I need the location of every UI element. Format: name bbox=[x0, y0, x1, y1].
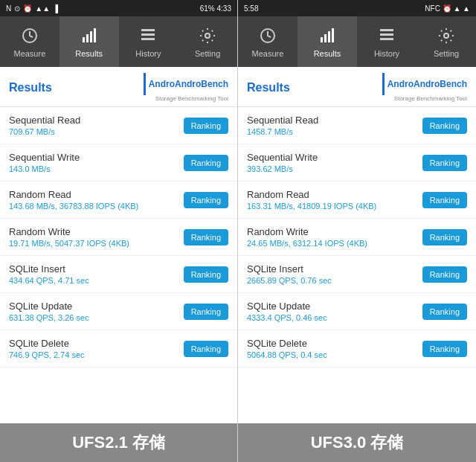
left-logo-accent bbox=[144, 73, 146, 95]
svg-rect-13 bbox=[332, 28, 334, 42]
left-result-rand-write-name: Random Write bbox=[9, 226, 129, 237]
data-icon: ▐ bbox=[53, 4, 58, 13]
right-nav-results[interactable]: Results bbox=[298, 16, 357, 67]
right-ranking-rand-write[interactable]: Ranking bbox=[422, 229, 467, 246]
right-result-sqlite-update-value: 4333.4 QPS, 0.46 sec bbox=[247, 313, 327, 322]
right-result-rand-read: Random Read 163.31 MB/s, 41809.19 IOPS (… bbox=[238, 182, 476, 219]
right-nav-measure-label: Measure bbox=[252, 49, 284, 58]
right-status-left: 5:58 bbox=[244, 4, 258, 13]
left-logo-sub: Storage Benchmarking Tool bbox=[155, 95, 228, 102]
left-ranking-seq-read[interactable]: Ranking bbox=[184, 118, 228, 134]
left-nav-history-label: History bbox=[135, 49, 161, 58]
left-result-seq-read: Sequential Read 709.67 MB/s Ranking bbox=[0, 107, 237, 144]
left-status-icons: N ⊙ ⏰ ▲▲ ▐ bbox=[6, 4, 58, 13]
left-ranking-sqlite-delete[interactable]: Ranking bbox=[184, 341, 228, 357]
left-result-sqlite-insert-info: SQLite Insert 434.64 QPS, 4.71 sec bbox=[9, 263, 89, 285]
svg-rect-15 bbox=[380, 33, 393, 36]
left-result-seq-write: Sequential Write 143.0 MB/s Ranking bbox=[0, 144, 237, 182]
left-result-sqlite-insert-name: SQLite Insert bbox=[9, 263, 89, 275]
left-panel: N ⊙ ⏰ ▲▲ ▐ 61% 4:33 Measure Results bbox=[0, 0, 238, 462]
right-status-bar: 5:58 NFC ⏰ ▲ ▲ bbox=[238, 0, 476, 16]
left-results-header: Results AndroAndroBench Storage Benchmar… bbox=[0, 67, 237, 107]
right-time: 5:58 bbox=[244, 4, 258, 13]
left-result-seq-write-name: Sequential Write bbox=[9, 152, 80, 163]
left-nav-history[interactable]: History bbox=[119, 16, 178, 67]
left-result-rand-write-value: 19.71 MB/s, 5047.37 IOPS (4KB) bbox=[9, 239, 129, 248]
right-ranking-rand-read[interactable]: Ranking bbox=[422, 192, 467, 208]
right-result-sqlite-update: SQLite Update 4333.4 QPS, 0.46 sec Ranki… bbox=[238, 293, 476, 330]
left-result-sqlite-delete-value: 746.9 QPS, 2.74 sec bbox=[9, 350, 85, 359]
left-result-sqlite-delete-info: SQLite Delete 746.9 QPS, 2.74 sec bbox=[9, 338, 85, 359]
left-result-sqlite-update: SQLite Update 631.38 QPS, 3.26 sec Ranki… bbox=[0, 293, 237, 330]
left-result-rand-read-info: Random Read 143.68 MB/s, 36783.88 IOPS (… bbox=[9, 189, 138, 211]
right-nav-history[interactable]: History bbox=[357, 16, 416, 67]
right-result-sqlite-update-info: SQLite Update 4333.4 QPS, 0.46 sec bbox=[247, 301, 327, 322]
right-ranking-sqlite-delete[interactable]: Ranking bbox=[422, 341, 467, 357]
right-result-seq-write-value: 393.62 MB/s bbox=[247, 164, 318, 173]
right-history-icon bbox=[376, 25, 397, 46]
right-result-rand-write-value: 24.65 MB/s, 6312.14 IOPS (4KB) bbox=[247, 239, 367, 248]
left-nav-measure[interactable]: Measure bbox=[0, 16, 60, 67]
right-result-sqlite-insert-info: SQLite Insert 2665.89 QPS, 0.76 sec bbox=[247, 263, 332, 285]
right-ranking-seq-write[interactable]: Ranking bbox=[422, 155, 467, 171]
signal-icon: ▲▲ bbox=[35, 4, 50, 13]
left-nav-measure-label: Measure bbox=[13, 49, 45, 58]
left-ranking-sqlite-update[interactable]: Ranking bbox=[184, 304, 228, 320]
right-nav-setting[interactable]: Setting bbox=[416, 16, 476, 67]
right-result-sqlite-insert-name: SQLite Insert bbox=[247, 263, 332, 275]
left-result-sqlite-insert: SQLite Insert 434.64 QPS, 4.71 sec Ranki… bbox=[0, 256, 237, 293]
svg-rect-1 bbox=[83, 37, 85, 42]
left-ranking-seq-write[interactable]: Ranking bbox=[184, 155, 228, 171]
right-result-sqlite-delete: SQLite Delete 5064.88 QPS, 0.4 sec Ranki… bbox=[238, 330, 476, 368]
right-ranking-sqlite-update[interactable]: Ranking bbox=[422, 304, 467, 320]
right-nav-measure[interactable]: Measure bbox=[238, 16, 298, 67]
right-result-rand-read-value: 163.31 MB/s, 41809.19 IOPS (4KB) bbox=[247, 202, 376, 211]
right-result-rand-read-info: Random Read 163.31 MB/s, 41809.19 IOPS (… bbox=[247, 189, 376, 211]
right-logo-text: AndroAndroBench bbox=[387, 79, 467, 89]
left-result-seq-read-name: Sequential Read bbox=[9, 115, 80, 126]
right-result-sqlite-delete-value: 5064.88 QPS, 0.4 sec bbox=[247, 350, 327, 359]
svg-rect-5 bbox=[141, 29, 155, 31]
left-ranking-rand-read[interactable]: Ranking bbox=[184, 192, 228, 208]
right-result-list: Sequential Read 1458.7 MB/s Ranking Sequ… bbox=[238, 107, 476, 423]
setting-icon bbox=[197, 25, 218, 46]
right-result-sqlite-delete-info: SQLite Delete 5064.88 QPS, 0.4 sec bbox=[247, 338, 327, 359]
svg-rect-6 bbox=[141, 33, 155, 36]
history-icon bbox=[138, 25, 158, 46]
left-result-rand-write: Random Write 19.71 MB/s, 5047.37 IOPS (4… bbox=[0, 219, 237, 256]
right-results-header: Results AndroAndroBench Storage Benchmar… bbox=[238, 67, 476, 107]
right-ranking-seq-read[interactable]: Ranking bbox=[422, 118, 467, 134]
right-result-sqlite-insert-value: 2665.89 QPS, 0.76 sec bbox=[247, 276, 332, 285]
left-nav-results[interactable]: Results bbox=[60, 16, 119, 67]
left-ranking-sqlite-insert[interactable]: Ranking bbox=[184, 266, 228, 283]
alarm-icon: ⏰ bbox=[23, 4, 32, 13]
right-result-seq-read-value: 1458.7 MB/s bbox=[247, 127, 318, 136]
left-status-right: 61% 4:33 bbox=[200, 4, 231, 13]
right-nav-results-label: Results bbox=[314, 49, 341, 58]
left-logo-text: AndroAndroBench bbox=[149, 79, 228, 89]
right-result-rand-write-info: Random Write 24.65 MB/s, 6312.14 IOPS (4… bbox=[247, 226, 367, 248]
left-results-title: Results bbox=[9, 81, 52, 94]
right-panel: 5:58 NFC ⏰ ▲ ▲ Measure Results History bbox=[238, 0, 476, 462]
left-nav-setting[interactable]: Setting bbox=[178, 16, 237, 67]
svg-rect-2 bbox=[86, 34, 89, 42]
svg-point-8 bbox=[205, 33, 210, 38]
left-result-seq-read-value: 709.67 MB/s bbox=[9, 127, 80, 136]
left-result-rand-read: Random Read 143.68 MB/s, 36783.88 IOPS (… bbox=[0, 182, 237, 219]
right-results-title: Results bbox=[247, 81, 290, 94]
svg-rect-11 bbox=[324, 34, 327, 42]
right-result-seq-write-name: Sequential Write bbox=[247, 152, 318, 163]
right-logo-sub: Storage Benchmarking Tool bbox=[394, 95, 467, 102]
right-result-seq-read: Sequential Read 1458.7 MB/s Ranking bbox=[238, 107, 476, 144]
right-status-icons: NFC ⏰ ▲ ▲ bbox=[425, 4, 470, 13]
left-result-list: Sequential Read 709.67 MB/s Ranking Sequ… bbox=[0, 107, 237, 423]
right-ranking-sqlite-insert[interactable]: Ranking bbox=[422, 266, 467, 283]
svg-rect-12 bbox=[328, 31, 330, 42]
right-result-seq-read-name: Sequential Read bbox=[247, 115, 318, 126]
left-content: Results AndroAndroBench Storage Benchmar… bbox=[0, 67, 237, 462]
measure-icon bbox=[19, 25, 40, 46]
left-result-seq-read-info: Sequential Read 709.67 MB/s bbox=[9, 115, 80, 136]
left-ranking-rand-write[interactable]: Ranking bbox=[184, 229, 228, 246]
left-footer: UFS2.1 存储 bbox=[0, 423, 237, 462]
svg-rect-16 bbox=[380, 38, 393, 40]
